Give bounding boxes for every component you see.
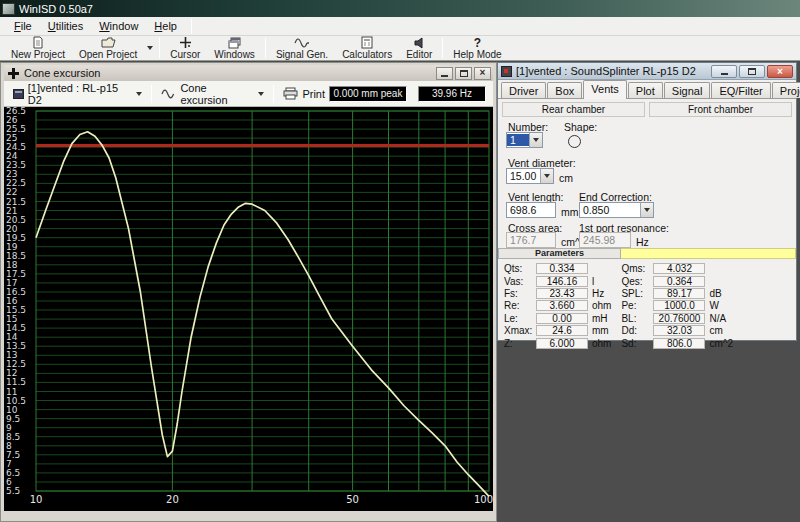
svg-text:23: 23 [6,169,17,179]
vent-length-input[interactable]: 698.6 [506,202,556,218]
combo-arrow-button[interactable] [640,203,653,217]
tab-vents[interactable]: Vents [583,80,627,99]
combo-arrow-button[interactable] [529,133,542,147]
close-button[interactable]: × [474,67,491,80]
port-resonance-value: 245.98 [580,234,630,246]
signal-gen-button[interactable]: Signal Gen. [269,36,335,60]
calculators-button[interactable]: Calculators [335,36,399,60]
tab-signal[interactable]: Signal [664,82,711,98]
parameter-label: Qes: [621,276,653,287]
parameters-right-column: Qms: 4.032 Qes: 0.364 SPL: 89.17 dB Pe: … [621,263,733,349]
cursor-button[interactable]: Cursor [163,36,207,60]
print-button[interactable]: Print [279,85,329,102]
graph-type-label: Cone excursion [180,82,254,106]
excursion-chart[interactable]: 5.566.577.588.599.51010.51111.51212.5131… [4,107,493,511]
svg-text:12: 12 [6,368,17,378]
parameter-label: Vas: [504,276,536,287]
minimize-icon [721,73,728,75]
parameter-row: Re: 3.660 ohm [504,300,611,311]
vent-length-value: 698.6 [507,204,555,216]
vent-controls: Number: 1 Shape: Vent diameter: 15.00 cm… [506,119,796,248]
parameter-label: Z: [504,338,536,349]
window-icon [13,89,24,99]
svg-text:21: 21 [6,206,17,216]
editor-button[interactable]: Editor [399,36,439,60]
cursor-label: Cursor [170,49,200,60]
parameter-label: Qts: [504,263,536,274]
parameter-value: 32.03 [653,325,705,336]
parameter-unit: l [592,276,594,287]
tab-eq-filter[interactable]: EQ/Filter [711,82,770,98]
parameter-unit: ohm [592,300,611,311]
help-mode-label: Help Mode [453,49,501,60]
parameter-row: Qms: 4.032 [621,263,733,274]
parameters-panel: Qts: 0.334 Vas: 146.16 l Fs: 23.43 Hz Re… [498,259,796,349]
parameter-value: 0.334 [536,263,588,274]
parameter-unit: Hz [592,288,604,299]
cross-area-field: 176.7 [506,232,556,248]
menu-help[interactable]: Help [146,18,185,34]
winisd-app: WinISD 0.50a7 FileUtilitiesWindowHelp Ne… [0,0,800,522]
circle-shape-icon[interactable] [568,135,581,148]
menu-utilities[interactable]: Utilities [40,18,91,34]
windows-button[interactable]: Windows [207,36,262,60]
parameter-row: Z: 6.000 ohm [504,337,611,348]
folder-icon [101,37,116,49]
minimize-button[interactable] [711,65,737,78]
svg-text:16.5: 16.5 [6,287,26,297]
svg-text:19: 19 [6,242,18,252]
parameter-value: 89.17 [653,288,705,299]
maximize-button[interactable] [455,67,472,80]
windows-label: Windows [214,49,255,60]
crosshair-icon [8,68,19,79]
project-selector[interactable]: [1]vented : RL-p15 D2 [9,80,146,108]
parameter-label: Xmax: [504,325,536,336]
app-titlebar[interactable]: WinISD 0.50a7 [0,0,800,17]
svg-text:25.5: 25.5 [6,124,26,134]
maximize-button[interactable] [739,65,765,78]
open-project-button[interactable]: Open Project [72,36,144,60]
svg-text:20: 20 [166,494,179,505]
parameter-label: Fs: [504,288,536,299]
tab-driver[interactable]: Driver [501,82,546,98]
tab-project[interactable]: Project [772,82,800,98]
cone-excursion-title: Cone excursion [24,67,434,79]
excursion-chart-svg: 5.566.577.588.599.51010.51111.51212.5131… [4,107,493,511]
parameter-value: 6.000 [536,338,588,349]
parameter-value: 146.16 [536,276,588,287]
svg-text:6: 6 [6,477,12,487]
maximize-icon [460,70,468,77]
parameter-row: Qes: 0.364 [621,275,733,286]
vent-diameter-combo[interactable]: 15.00 [506,168,554,184]
vented-project-titlebar[interactable]: [1]vented : SoundSplinter RL-p15 D2 × [498,63,796,80]
end-correction-combo[interactable]: 0.850 [579,202,654,218]
toolbar-separator [151,85,152,103]
menu-window[interactable]: Window [91,18,146,34]
svg-text:9: 9 [6,423,12,433]
svg-text:100: 100 [474,494,493,505]
tab-plot[interactable]: Plot [628,82,663,98]
parameters-left-column: Qts: 0.334 Vas: 146.16 l Fs: 23.43 Hz Re… [504,263,611,349]
parameter-label: Le: [504,313,536,324]
help-mode-button[interactable]: ? Help Mode [446,36,508,60]
maximize-icon [748,68,756,75]
parameter-label: Qms: [621,263,653,274]
cursor-frequency-display: 39.96 Hz [418,86,486,102]
minimize-button[interactable] [436,67,453,80]
svg-text:25: 25 [6,133,17,143]
svg-text:20.5: 20.5 [6,215,26,225]
question-icon: ? [474,37,481,49]
open-project-dropdown[interactable] [144,36,156,60]
svg-text:50: 50 [346,494,359,505]
close-button[interactable]: × [767,65,793,78]
new-project-button[interactable]: New Project [4,36,72,60]
tab-box[interactable]: Box [547,82,582,98]
chevron-down-icon [258,92,264,96]
project-icon [501,66,512,77]
vent-number-combo[interactable]: 1 [506,132,543,148]
menu-file[interactable]: File [6,18,40,34]
combo-arrow-button[interactable] [540,169,553,183]
svg-text:14.5: 14.5 [6,323,26,333]
parameter-value: 1000.0 [653,300,705,311]
graph-type-selector[interactable]: Cone excursion [157,80,268,108]
